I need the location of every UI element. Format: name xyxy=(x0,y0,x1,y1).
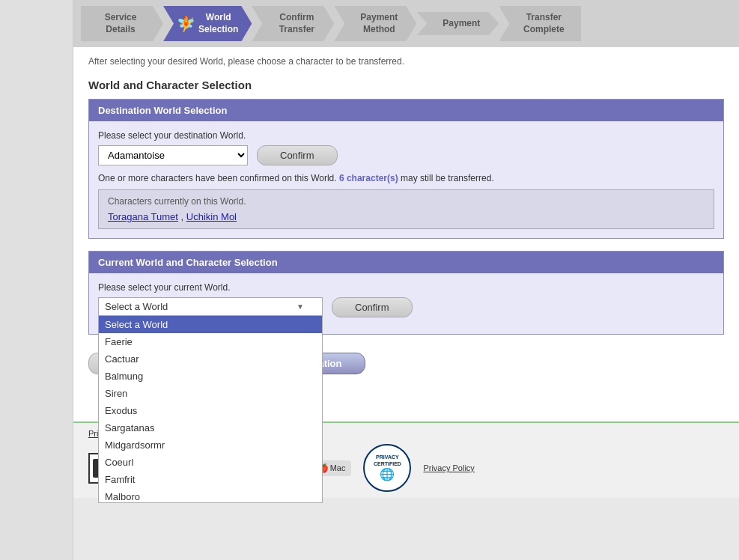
destination-world-select[interactable]: Adamantoise Faerie Cactuar Balmung Siren… xyxy=(98,145,248,165)
destination-panel-header: Destination World Selection xyxy=(89,100,723,121)
character-link-2[interactable]: Uchikin Mol xyxy=(186,211,237,222)
dropdown-item-siren[interactable]: Siren xyxy=(99,385,322,402)
dropdown-container: Select a World ▼ Select a World Faerie C… xyxy=(98,297,323,316)
current-confirm-button[interactable]: Confirm xyxy=(332,297,413,317)
dropdown-item-faerie[interactable]: Faerie xyxy=(99,333,322,350)
privacy-certified-text: PRIVACYCERTIFIED xyxy=(374,454,401,467)
step-payment-label: Payment xyxy=(443,18,480,28)
instruction-text: After selecting your desired World, plea… xyxy=(88,56,724,67)
dropdown-item-balmung[interactable]: Balmung xyxy=(99,368,322,385)
section-title: World and Character Selection xyxy=(88,79,724,91)
left-sidebar xyxy=(0,0,73,560)
step-world-selection-label: WorldSelection xyxy=(198,12,238,35)
info-text: One or more characters have been confirm… xyxy=(98,173,714,183)
info-suffix: may still be transferred. xyxy=(401,173,494,183)
dropdown-item-exodus[interactable]: Exodus xyxy=(99,402,322,419)
dropdown-item-select-world[interactable]: Select a World xyxy=(99,316,322,333)
dropdown-item-coeurl[interactable]: Coeurl xyxy=(99,454,322,471)
character-separator: , xyxy=(181,211,186,222)
dropdown-item-midgardsormr[interactable]: Midgardsormr xyxy=(99,436,322,454)
step-confirm-transfer[interactable]: ConfirmTransfer xyxy=(252,6,334,41)
dropdown-item-cactuar[interactable]: Cactuar xyxy=(99,350,322,368)
world-selection-icon: 🧚 xyxy=(177,14,195,34)
step-transfer-complete[interactable]: TransferComplete xyxy=(499,6,581,41)
dropdown-item-malboro[interactable]: Malboro xyxy=(99,488,322,503)
step-confirm-transfer-label: ConfirmTransfer xyxy=(279,12,314,34)
current-panel: Current World and Character Selection Pl… xyxy=(88,251,724,335)
dropdown-arrow-icon: ▼ xyxy=(296,302,304,311)
destination-panel: Destination World Selection Please selec… xyxy=(88,99,724,239)
destination-confirm-button[interactable]: Confirm xyxy=(257,145,338,165)
step-service-details-label: ServiceDetails xyxy=(105,12,137,34)
step-payment[interactable]: Payment xyxy=(416,12,499,36)
character-link-1[interactable]: Toragana Tumet xyxy=(108,211,178,222)
current-panel-header: Current World and Character Selection xyxy=(89,252,723,273)
current-panel-label: Please select your current World. xyxy=(98,282,714,293)
footer-privacy-link[interactable]: Privacy Policy xyxy=(423,463,474,472)
step-payment-method[interactable]: PaymentMethod xyxy=(334,6,416,41)
mac-text: Mac xyxy=(330,463,346,472)
dropdown-selected-text: Select a World xyxy=(105,301,168,312)
privacy-globe-icon: 🌐 xyxy=(380,467,395,481)
step-service-details[interactable]: ServiceDetails xyxy=(81,6,163,41)
step-payment-method-label: PaymentMethod xyxy=(360,12,398,34)
dropdown-item-sargatanas[interactable]: Sargatanas xyxy=(99,419,322,436)
characters-box-header: Characters currently on this World. xyxy=(108,196,705,207)
privacy-certified-badge: PRIVACYCERTIFIED 🌐 xyxy=(363,444,411,492)
characters-box: Characters currently on this World. Tora… xyxy=(98,189,714,229)
info-prefix: One or more characters have been confirm… xyxy=(98,173,339,183)
step-transfer-complete-label: TransferComplete xyxy=(523,12,565,34)
current-world-dropdown[interactable]: Select a World ▼ xyxy=(98,297,323,316)
destination-panel-label: Please select your destination World. xyxy=(98,130,714,141)
dropdown-selected[interactable]: Select a World ▼ xyxy=(99,298,322,315)
step-world-selection[interactable]: 🧚 WorldSelection xyxy=(163,6,252,41)
dropdown-item-famfrit[interactable]: Famfrit xyxy=(99,471,322,488)
main-content: After selecting your desired World, plea… xyxy=(73,47,739,421)
info-highlight: 6 character(s) xyxy=(339,173,398,183)
progress-bar: ServiceDetails 🧚 WorldSelection ConfirmT… xyxy=(73,0,739,47)
dropdown-list: Select a World Faerie Cactuar Balmung Si… xyxy=(98,316,323,503)
